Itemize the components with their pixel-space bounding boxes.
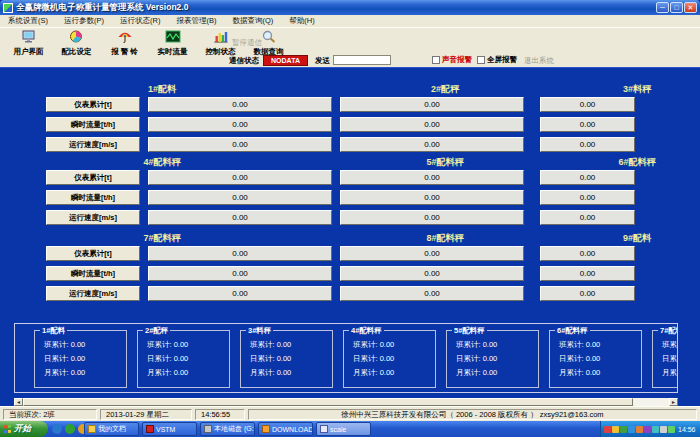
umbrella-icon — [117, 29, 133, 47]
totals-box: 3#料秤 班累计: 0.00 日累计: 0.00 月累计: 0.00 — [240, 330, 333, 388]
tray-icon[interactable] — [620, 426, 627, 433]
window-title: 全赢牌微机电子称重计量管理系统 Version2.0 — [16, 2, 656, 14]
taskbar: 开始 我的文档 VSTM 本地磁盘 (G:) DOWNLOAD scale 14… — [0, 421, 700, 437]
time-panel: 14:56:55 — [195, 409, 245, 420]
scale-value-field: 0.00 — [340, 137, 524, 152]
scale-group-header: 3#料秤 — [623, 83, 651, 96]
task-button-disk-g[interactable]: 本地磁盘 (G:) — [200, 422, 255, 436]
scrollbar-thumb[interactable] — [23, 398, 633, 406]
scale-value-field: 0.00 — [148, 170, 332, 185]
scale-value-field: 0.00 — [148, 246, 332, 261]
quick-launch-icon[interactable] — [65, 424, 75, 434]
toolbar: 用户界面 配比设定 报 警 铃 实时流量 控制状态 数据查询 暂停通信 通信状态… — [0, 28, 700, 67]
totals-box: 2#配秤 班累计: 0.00 日累计: 0.00 月累计: 0.00 — [137, 330, 230, 388]
tray-icon[interactable] — [612, 426, 619, 433]
exit-system-button[interactable]: 退出系统 — [524, 56, 554, 66]
alarm-bell-button[interactable]: 报 警 铃 — [102, 29, 147, 54]
comm-status-label: 通信状态 — [229, 56, 259, 66]
close-button[interactable]: ✕ — [684, 2, 697, 13]
task-button-scale-active[interactable]: scale — [316, 422, 371, 436]
comm-status-badge: NODATA — [263, 55, 308, 66]
menu-run-status[interactable]: 运行状态(R) — [112, 16, 168, 26]
realtime-flow-button[interactable]: 实时流量 — [150, 29, 195, 54]
scale-value-field: 0.00 — [540, 97, 635, 112]
tray-icon[interactable] — [668, 426, 675, 433]
quick-launch-icon[interactable] — [52, 424, 62, 434]
task-button-download[interactable]: DOWNLOAD — [258, 422, 313, 436]
tray-icon[interactable] — [636, 426, 643, 433]
title-bar[interactable]: 全赢牌微机电子称重计量管理系统 Version2.0 ─ □ ✕ — [0, 0, 700, 15]
sound-alarm-label: 声音报警 — [442, 55, 472, 65]
task-button-documents[interactable]: 我的文档 — [84, 422, 139, 436]
menu-system-settings[interactable]: 系统设置(S) — [0, 16, 56, 26]
scale-value-field: 0.00 — [540, 246, 635, 261]
scale-group-header: 1#配料 — [148, 83, 176, 96]
menu-help[interactable]: 帮助(H) — [281, 16, 322, 26]
app-icon — [3, 3, 13, 13]
scale-value-field: 0.00 — [340, 117, 524, 132]
fullscreen-alarm-checkbox[interactable] — [477, 56, 485, 64]
scale-group-header: 7#配料秤 — [143, 232, 180, 245]
scale-group-header: 2#配秤 — [431, 83, 459, 96]
scale-value-field: 0.00 — [148, 117, 332, 132]
main-client-area: 1#配料 2#配秤 3#料秤 4#配料秤 5#配料秤 6#配料秤 7#配料秤 8… — [0, 67, 700, 406]
start-button[interactable]: 开始 — [0, 421, 48, 437]
scale-value-field: 0.00 — [540, 117, 635, 132]
tray-icon[interactable] — [604, 426, 611, 433]
horizontal-scrollbar[interactable]: ◄ ► — [14, 398, 678, 406]
task-button-vstm[interactable]: VSTM — [142, 422, 197, 436]
scale-value-field: 0.00 — [540, 137, 635, 152]
tray-icon[interactable] — [628, 426, 635, 433]
totals-box: 5#配料秤 班累计: 0.00 日累计: 0.00 月累计: 0.00 — [446, 330, 539, 388]
drive-icon — [204, 425, 212, 433]
scale-value-field: 0.00 — [148, 286, 332, 301]
row-label-flow: 瞬时流量[t/h] — [46, 117, 140, 132]
scale-value-field: 0.00 — [148, 97, 332, 112]
oscilloscope-icon — [165, 29, 181, 47]
totals-box: 4#配料秤 班累计: 0.00 日累计: 0.00 月累计: 0.00 — [343, 330, 436, 388]
folder-icon — [262, 425, 270, 433]
scale-value-field: 0.00 — [148, 137, 332, 152]
fullscreen-alarm-label: 全屏报警 — [487, 55, 517, 65]
row-label-total: 仪表累计[t] — [46, 246, 140, 261]
scale-value-field: 0.00 — [340, 286, 524, 301]
menu-report-manage[interactable]: 报表管理(B) — [168, 16, 224, 26]
monitor-icon — [21, 29, 37, 47]
maximize-button[interactable]: □ — [670, 2, 683, 13]
menu-bar: 系统设置(S) 运行参数(P) 运行状态(R) 报表管理(B) 数据查询(Q) … — [0, 15, 700, 28]
scale-value-field: 0.00 — [340, 97, 524, 112]
menu-data-query[interactable]: 数据查询(Q) — [224, 16, 281, 26]
send-label: 发送 — [315, 56, 330, 66]
row-label-total: 仪表累计[t] — [46, 97, 140, 112]
quick-launch — [52, 424, 88, 434]
scale-value-field: 0.00 — [540, 266, 635, 281]
pie-icon — [69, 29, 85, 47]
totals-panel: 1#配料 班累计: 0.00 日累计: 0.00 月累计: 0.00 2#配秤 … — [14, 323, 678, 393]
tray-icon[interactable] — [652, 426, 659, 433]
tray-icon[interactable] — [660, 426, 667, 433]
user-interface-button[interactable]: 用户界面 — [6, 29, 51, 54]
system-tray: 14:56 — [600, 421, 700, 437]
scale-value-field: 0.00 — [148, 190, 332, 205]
tray-icon[interactable] — [644, 426, 651, 433]
row-label-total: 仪表累计[t] — [46, 170, 140, 185]
row-label-speed: 运行速度[m/s] — [46, 210, 140, 225]
scale-group-header: 4#配料秤 — [143, 156, 180, 169]
scroll-left-arrow[interactable]: ◄ — [14, 398, 23, 406]
taskbar-clock: 14:56 — [678, 426, 696, 433]
scale-value-field: 0.00 — [540, 286, 635, 301]
scale-value-field: 0.00 — [540, 170, 635, 185]
scale-group-header: 5#配料秤 — [426, 156, 463, 169]
scale-group-header: 8#配料秤 — [426, 232, 463, 245]
bar-chart-icon — [213, 29, 229, 47]
magnifier-icon — [261, 29, 277, 47]
ratio-setting-button[interactable]: 配比设定 — [54, 29, 99, 54]
minimize-button[interactable]: ─ — [656, 2, 669, 13]
scale-value-field: 0.00 — [340, 210, 524, 225]
sound-alarm-checkbox[interactable] — [432, 56, 440, 64]
comm-status-row: 通信状态 NODATA 发送 声音报警 全屏报警 退出系统 — [0, 54, 700, 67]
pause-comm-button[interactable]: 暂停通信 — [232, 38, 262, 48]
menu-run-params[interactable]: 运行参数(P) — [56, 16, 112, 26]
scroll-right-arrow[interactable]: ► — [669, 398, 678, 406]
totals-box: 7#配料秤 班累计: 0.00 日累计: 0.00 月累计: 0.00 — [652, 330, 678, 388]
